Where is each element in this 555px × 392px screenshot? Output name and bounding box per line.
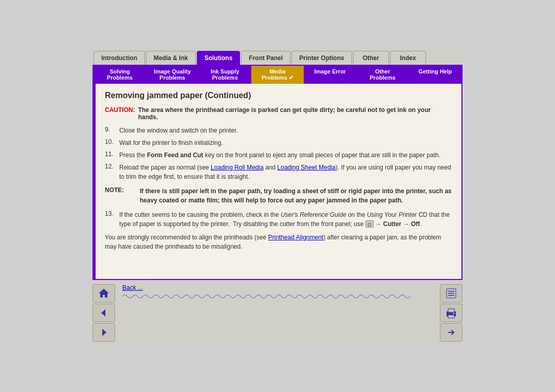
link-loading-sheet-media[interactable]: Loading Sheet Media — [278, 164, 336, 171]
note-label: NOTE: — [105, 186, 130, 205]
step-11-text: Press the Form Feed and Cut key on the f… — [119, 151, 452, 160]
tab-front-panel[interactable]: Front Panel — [241, 51, 290, 65]
steps-list: 9. Close the window and switch on the pr… — [105, 126, 452, 181]
sub-tab-media-problems[interactable]: Media Problems ✔ — [251, 66, 304, 84]
left-nav-buttons — [92, 284, 115, 342]
svg-rect-6 — [448, 315, 454, 318]
decorative-line — [122, 293, 438, 300]
link-printhead-alignment[interactable]: Printhead Alignment — [268, 234, 323, 241]
step-11: 11. Press the Form Feed and Cut key on t… — [105, 151, 452, 160]
sub-tab-ink-supply[interactable]: Ink Supply Problems — [199, 66, 251, 84]
page-title: Removing jammed paper (Continued) — [105, 91, 452, 100]
caution-text: The area where the printhead carriage is… — [138, 106, 452, 121]
caution-label: CAUTION: — [105, 106, 135, 121]
step-9-text: Close the window and switch on the print… — [119, 126, 452, 135]
step-10-num: 10. — [105, 138, 119, 147]
step-11-num: 11. — [105, 151, 119, 160]
step-9: 9. Close the window and switch on the pr… — [105, 126, 452, 135]
link-loading-roll-media[interactable]: Loading Roll Media — [211, 164, 264, 171]
toc-button[interactable] — [440, 284, 462, 303]
sub-tab-other-problems[interactable]: Other Problems — [356, 66, 409, 84]
svg-point-7 — [453, 312, 455, 314]
top-nav: Introduction Media & Ink Solutions Front… — [92, 47, 462, 65]
forward-button[interactable] — [92, 323, 115, 342]
step-10-text: Wait for the printer to finish initializ… — [119, 138, 452, 147]
next-button[interactable] — [440, 323, 462, 342]
note-text: If there is still paper left in the pape… — [140, 186, 452, 205]
tab-introduction[interactable]: Introduction — [94, 51, 145, 65]
home-button[interactable] — [92, 284, 115, 303]
step-12-num: 12. — [105, 163, 119, 181]
step-13-text: If the cutter seems to be causing the pr… — [119, 210, 452, 229]
svg-rect-5 — [448, 309, 454, 312]
step-12-text: Reload the paper as normal (see Loading … — [119, 163, 452, 181]
back-button[interactable] — [92, 304, 115, 322]
step-12: 12. Reload the paper as normal (see Load… — [105, 163, 452, 181]
sub-tab-getting-help[interactable]: Getting Help — [409, 66, 461, 84]
back-link-area: Back ... — [120, 284, 440, 293]
closing-text: You are strongly recommended to align th… — [105, 233, 452, 251]
tab-media-ink[interactable]: Media & Ink — [146, 51, 196, 65]
sub-tab-image-quality[interactable]: Image Quality Problems — [146, 66, 198, 84]
tab-index[interactable]: Index — [390, 51, 426, 65]
step-13: 13. If the cutter seems to be causing th… — [105, 210, 452, 229]
step-13-num: 13. — [105, 210, 119, 229]
step-9-num: 9. — [105, 126, 119, 135]
tab-printer-options[interactable]: Printer Options — [291, 51, 351, 65]
right-nav-buttons — [440, 284, 462, 342]
bottom-nav: Back ... — [92, 280, 462, 346]
tab-other[interactable]: Other — [353, 51, 389, 65]
back-link[interactable]: Back ... — [122, 284, 143, 291]
tab-solutions[interactable]: Solutions — [197, 51, 240, 65]
note-block: NOTE: If there is still paper left in th… — [105, 186, 452, 205]
print-button[interactable] — [440, 304, 462, 322]
sub-tab-solving-problems[interactable]: Solving Problems — [94, 66, 146, 84]
caution-block: CAUTION: The area where the printhead ca… — [105, 106, 452, 121]
sub-nav: Solving Problems Image Quality Problems … — [92, 65, 462, 84]
step-10: 10. Wait for the printer to finish initi… — [105, 138, 452, 147]
sub-tab-image-error[interactable]: Image Error — [304, 66, 356, 84]
